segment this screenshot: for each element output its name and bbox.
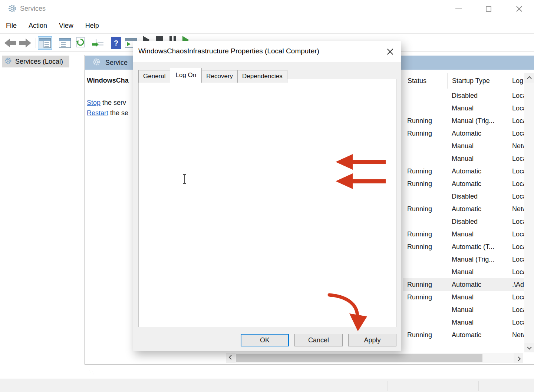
cell-log-on-as: Loca	[508, 306, 524, 314]
cell-startup-type: Manual	[447, 268, 508, 276]
cell-startup-type: Disabled	[447, 92, 508, 100]
panel-header-gear-icon	[92, 57, 101, 68]
scroll-up-button[interactable]	[524, 73, 534, 83]
table-row[interactable]: Running Manual (Trig... Loca	[403, 114, 524, 127]
restart-service-link-row: Restart the se	[87, 109, 128, 117]
dialog-close-button[interactable]	[385, 46, 396, 57]
cell-startup-type: Disabled	[447, 218, 508, 226]
menu-item[interactable]: Help	[79, 22, 105, 30]
column-header[interactable]: Startup Type	[447, 73, 508, 89]
properties-button[interactable]	[58, 36, 72, 50]
dialog-tab[interactable]: Log On	[170, 68, 202, 83]
cell-status: Running	[403, 230, 447, 238]
refresh-button[interactable]	[73, 36, 88, 50]
forward-icon	[19, 38, 32, 48]
table-row[interactable]: Running Manual Loca	[403, 291, 524, 303]
table-row[interactable]: Running Automatic Netw	[403, 203, 524, 215]
cell-startup-type: Manual (Trig...	[447, 256, 508, 263]
confirm-password-annotation-arrow	[336, 173, 386, 189]
scrollbar-thumb[interactable]	[236, 354, 482, 362]
status-bar	[0, 379, 534, 392]
export-list-button[interactable]	[89, 36, 103, 50]
cell-log-on-as: Loca	[508, 180, 524, 188]
table-row[interactable]: Running Automatic Loca	[403, 127, 524, 140]
help-icon: ?	[111, 37, 121, 49]
sidebar-item-services-local[interactable]: Services (Local)	[2, 56, 69, 67]
password-annotation-arrow	[336, 154, 386, 170]
vertical-scrollbar[interactable]	[524, 73, 534, 352]
dialog-title-bar: WindowsChaosInfrastructure Properties (L…	[133, 41, 401, 62]
close-button[interactable]	[509, 0, 530, 18]
cell-log-on-as: Loca	[508, 117, 524, 125]
chevron-down-icon	[527, 345, 532, 349]
column-header[interactable]: Log	[508, 73, 524, 89]
restart-link-suffix: the se	[108, 109, 128, 117]
maximize-button[interactable]	[478, 0, 499, 18]
ok-button[interactable]: OK	[241, 334, 289, 346]
table-row[interactable]: Manual Loca	[403, 316, 524, 329]
services-table: Disabled Loca Manual Loca Running Manual…	[403, 89, 524, 341]
table-row[interactable]: Disabled Loca	[403, 89, 524, 102]
cell-status: Running	[403, 167, 447, 175]
table-row[interactable]: Running Automatic Loca	[403, 165, 524, 177]
horizontal-scrollbar[interactable]	[226, 353, 523, 363]
table-row[interactable]: Disabled Loca	[403, 190, 524, 203]
cell-log-on-as: .\Adm	[508, 281, 524, 289]
table-row[interactable]: Manual Loca	[403, 303, 524, 316]
cell-log-on-as: Netw	[508, 205, 524, 213]
chevron-left-icon	[228, 355, 233, 360]
table-row[interactable]: Running Automatic (T... Loca	[403, 240, 524, 253]
table-row[interactable]: Running Automatic Netw	[403, 329, 524, 341]
toolbar-separator	[107, 38, 107, 48]
toolbar-separator	[55, 38, 55, 48]
cell-log-on-as: Loca	[508, 319, 524, 326]
scroll-right-button[interactable]	[514, 353, 523, 363]
menu-item[interactable]: Action	[23, 22, 53, 30]
chevron-up-icon	[527, 76, 532, 81]
cell-status: Running	[403, 243, 447, 251]
scroll-left-button[interactable]	[226, 353, 235, 363]
table-row[interactable]: Manual Loca	[403, 266, 524, 278]
view-tabs: Extended Standard	[87, 365, 89, 378]
table-row[interactable]: Running Automatic Loca	[403, 177, 524, 190]
cell-startup-type: Manual	[447, 306, 508, 314]
close-icon	[387, 48, 393, 55]
back-button[interactable]	[3, 36, 18, 50]
dialog-tab[interactable]: Dependencies	[237, 70, 287, 83]
table-row[interactable]: Manual (Trig... Loca	[403, 253, 524, 266]
dialog-tab[interactable]: Recovery	[201, 70, 238, 83]
cell-startup-type: Automatic	[447, 281, 508, 289]
forward-button[interactable]	[18, 36, 33, 50]
cell-status: Running	[403, 205, 447, 213]
table-row[interactable]: Disabled Loca	[403, 215, 524, 228]
cell-startup-type: Automatic	[447, 205, 508, 213]
stop-service-link[interactable]: Stop	[87, 99, 100, 106]
dialog-tab[interactable]: General	[138, 70, 170, 83]
sidebar-item-label: Services (Local)	[15, 58, 63, 66]
cell-startup-type: Manual	[447, 104, 508, 112]
table-row[interactable]: Manual Loca	[403, 102, 524, 114]
menu-item[interactable]: View	[53, 22, 79, 30]
restart-service-link[interactable]: Restart	[87, 109, 108, 117]
text-cursor	[182, 174, 186, 185]
cell-startup-type: Automatic	[447, 331, 508, 339]
table-row[interactable]: Running Automatic .\Adm	[403, 278, 524, 291]
table-row[interactable]: Manual Netw	[403, 140, 524, 152]
dialog-tab-strip: GeneralLog OnRecoveryDependencies	[138, 68, 287, 83]
scrollbar-track[interactable]	[235, 353, 514, 363]
ok-button-label: OK	[260, 336, 270, 344]
table-row[interactable]: Manual Loca	[403, 152, 524, 165]
minimize-button[interactable]	[448, 0, 469, 18]
scroll-down-button[interactable]	[524, 343, 534, 352]
services-app-icon	[7, 4, 17, 15]
cell-startup-type: Manual	[447, 293, 508, 301]
column-header[interactable]: Status	[403, 73, 447, 89]
menu-item[interactable]: File	[0, 22, 23, 30]
title-bar: Services	[0, 0, 534, 18]
show-console-tree-button[interactable]	[38, 36, 52, 50]
cell-startup-type: Manual	[447, 142, 508, 150]
selected-service-name: WindowsCha	[87, 77, 129, 84]
table-row[interactable]: Running Manual Loca	[403, 228, 524, 240]
help-button[interactable]: ?	[110, 36, 122, 50]
cell-log-on-as: Loca	[508, 230, 524, 238]
